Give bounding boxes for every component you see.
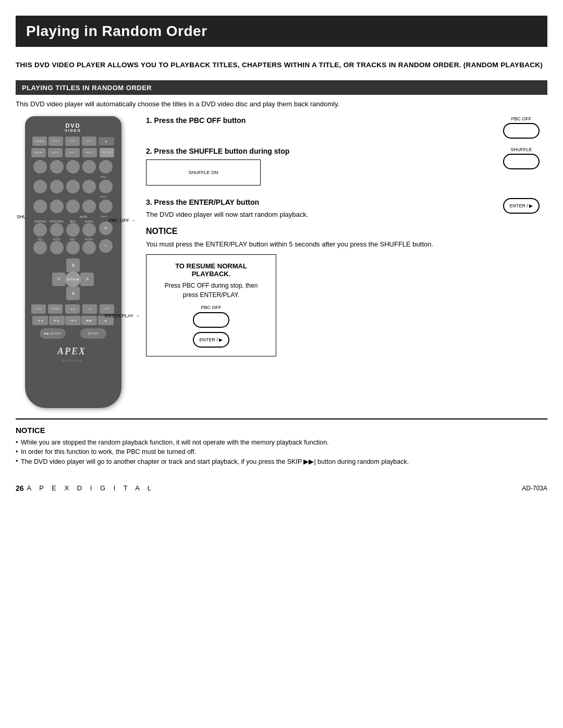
dpad-left[interactable]: < [52,273,66,286]
shuffle-diagram-button [503,154,540,169]
pbc-off-button[interactable]: PBC OFF [100,148,114,157]
dpad-up[interactable]: ∧ [66,258,80,272]
footer-brand: A P E X D I G I T A L [27,484,155,492]
dpad-container: ∧ ∨ < > ENTER /▶ [30,258,116,300]
dpad-right[interactable]: > [80,273,94,286]
display-button[interactable]: DISPLAY [31,148,46,157]
vol-down-button[interactable]: − [99,239,113,253]
remote-row2-labels: DISC2 [30,195,116,198]
notice-section: NOTICE You must press the ENTER/PLAY but… [146,227,547,250]
enter-play-center[interactable]: ENTER /▶ [65,272,81,287]
resume-pbc-off-button [193,312,229,328]
btn-round-5[interactable] [99,160,113,174]
ffw-button[interactable]: ►► [49,316,65,325]
bb-button[interactable]: ◄ [82,304,97,314]
step-3-content: 3. Press the ENTER/PLAY button The DVD v… [146,198,485,218]
btn-round-8[interactable] [66,180,80,193]
program-button[interactable] [50,223,64,237]
play-step-button[interactable]: ‖/STEP [80,328,106,339]
pbc-off-arrow: PBC OFF → [109,218,136,223]
prev-button[interactable]: |◄◄ [65,316,81,325]
enter-play-arrow-label: ENTER/PLAY [105,313,133,318]
footer: 26 A P E X D I G I T A L AD-703A [0,476,563,501]
vol-up-button[interactable]: + [99,221,113,235]
goto-button[interactable] [50,241,64,254]
digital-label: DIGITAL [30,359,116,362]
step-1-button-area: PBC OFF [495,116,547,139]
footer-left: 26 A P E X D I G I T A L [16,484,154,492]
notice-item-3: The DVD video player will go to another … [16,458,547,465]
notice-item-2: In order for this function to work, the … [16,448,547,455]
audio-button[interactable]: AUDIO [48,148,63,157]
rew-button[interactable]: ◄◄ [32,316,48,325]
shuffle-button-label: SHUFFLE [510,147,532,152]
btn-round-15[interactable] [99,200,113,213]
bottom-notice: NOTICE While you are stopped the random … [16,418,547,465]
ref-plus-button[interactable] [66,223,80,237]
shuffle-program-row: SHUFFLE PROGRAM REF+ ECHO+ [32,220,114,237]
footer-model: AD-703A [522,485,547,492]
step-1-title: 1. Press the PBC OFF button [146,116,485,125]
power-button[interactable]: POWER [32,137,47,146]
echo-minus-button[interactable] [82,241,96,254]
footer-page-number: 26 [16,484,24,492]
btn-round-7[interactable] [50,180,64,193]
resume-enter-play-button: ENTER / ▶ [157,332,265,348]
echo-plus-button[interactable] [82,223,96,237]
repeat-button[interactable]: REPEAT [48,304,63,314]
remote-container: SHUFFLE DVD VIDEO POWER SETUP TITLE [16,116,130,408]
angle-button[interactable]: ANGLE [82,148,97,157]
step-2-title: 2. Press the SHUFFLE button during stop [146,147,485,155]
key-minus-button[interactable] [66,241,80,254]
pause-step-button[interactable]: ■/▶ ‖/STEP [40,328,66,339]
btn-round-11[interactable] [33,200,47,213]
svg-text:APEX: APEX [57,346,86,356]
remote-top-row: POWER SETUP TITLE DISC1 ▲ [30,137,116,146]
disc1-button[interactable]: DISC1 [82,137,96,146]
btn-round-6[interactable] [33,180,47,193]
resume-box: TO RESUME NORMAL PLAYBACK. Press PBC OFF… [146,254,276,356]
setup-button[interactable]: SETUP [48,137,63,146]
remote-row-4: VOL GOTO KEY- ECHO- [32,238,114,254]
remote-round-row-2 [30,180,116,193]
slow-button[interactable]: SLOW [31,304,46,314]
step-1-content: 1. Press the PBC OFF button [146,116,485,129]
remote-round-row-1 [30,160,116,174]
section-title: PLAYING TITLES IN RANDOM ORDER [22,84,152,92]
btn-round-2[interactable] [50,160,64,174]
pbc-off-arrow-label: PBC OFF [109,218,129,223]
intro-paragraph: THIS DVD VIDEO PLAYER ALLOWS YOU TO PLAY… [16,59,547,71]
btn-round-4[interactable] [82,160,96,174]
instructions: 1. Press the PBC OFF button PBC OFF 2. P… [141,116,547,408]
resume-text: Press PBC OFF during stop, then press EN… [157,281,265,300]
btn-round-10[interactable] [99,180,113,193]
remote-bottom-grid: SLOW REPEAT ◄◄ ◄ GUIDE [31,304,115,314]
title-button[interactable]: TITLE [65,137,80,146]
btn-round-12[interactable] [50,200,64,213]
aa-button[interactable]: ◄◄ [65,304,80,314]
sub-button[interactable]: SUB-T [65,148,80,157]
notice-title: NOTICE [146,227,547,236]
step-3-button-area: ENTER / ▶ [495,198,547,214]
btn-round-13[interactable] [66,200,80,213]
next-button[interactable]: ▶▶| [81,316,97,325]
btn-mute-button[interactable] [82,200,96,213]
enter-play-arrow: ENTER/PLAY → [105,313,140,318]
btn-round-9[interactable] [82,180,96,193]
bottom-notice-list: While you are stopped the random playbac… [16,439,547,465]
btn-round-1[interactable] [33,160,47,174]
dpad-down[interactable]: ∨ [66,287,80,300]
shuffle-remote-button[interactable] [33,223,47,237]
notice-text: You must press the ENTER/PLAY button wit… [146,239,547,250]
eject-button[interactable]: ▲ [99,137,114,145]
remote-round-row-3 [30,200,116,213]
section-header: PLAYING TITLES IN RANDOM ORDER [16,80,547,95]
dpad: ∧ ∨ < > ENTER /▶ [52,258,94,300]
remote-transport-row: ◄◄ ►► |◄◄ ▶▶| ■ [32,316,114,325]
title-bar: Playing in Random Order [16,16,547,47]
guide-button[interactable]: GUIDE [100,304,114,314]
bottom-notice-title: NOTICE [16,426,547,435]
vol-button[interactable] [33,241,47,254]
btn-round-3[interactable] [66,160,80,174]
remote-control: DVD VIDEO POWER SETUP TITLE DISC1 ▲ DISP… [25,116,121,408]
